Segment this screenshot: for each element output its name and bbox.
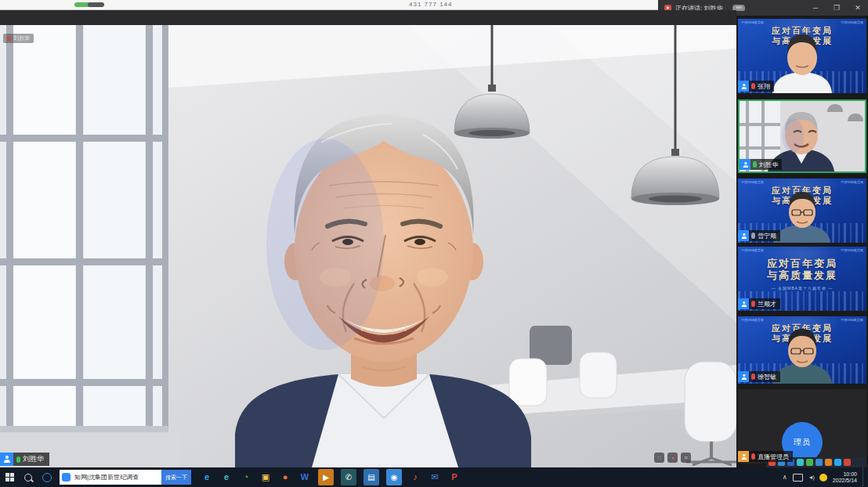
participant-tile-active[interactable]: 刘胜华 [738, 99, 866, 173]
taskbar-app-wechat[interactable]: ✆ [341, 469, 356, 485]
volume-icon[interactable]: ◄) [808, 474, 814, 480]
mic-status-icon [16, 456, 20, 463]
taskbar-app-meeting-app-active[interactable]: ▶ [318, 469, 334, 485]
tray-icon-orange-app[interactable] [825, 459, 832, 466]
meeting-window-toolbar [0, 10, 736, 25]
taskbar-search-icon[interactable] [19, 467, 38, 487]
recording-watermark: 刘胜华 [3, 34, 34, 43]
screen: 431 777 144 正在讲话: 刘胜华 ─ ❐ ✕ [0, 0, 868, 487]
participant-name-label: 刘胜华 [740, 159, 782, 170]
tray-chevron-icon[interactable]: ∧ [783, 474, 787, 481]
record-dot-icon [7, 37, 11, 41]
mic-status-icon [751, 83, 755, 89]
speaker-video-illustration [0, 25, 736, 467]
participant-name-label: 曾宁顺 [738, 230, 780, 241]
taskbar-app-voov-meeting[interactable]: ◉ [386, 469, 402, 485]
participant-badge-icon [738, 230, 749, 241]
os-title-bar: 431 777 144 [0, 0, 658, 10]
touch-keyboard-icon[interactable] [793, 474, 803, 482]
taskbar-search-box[interactable]: 搜索一下 [60, 470, 191, 485]
taskbar-apps: ee◔▣●W▶✆▤◉♪✉P [201, 469, 461, 485]
participant-name-label: 兰顺才 [738, 298, 780, 309]
participant-badge-icon [738, 81, 749, 92]
participant-tile[interactable]: 中国MBA教育网中国MBA教育网 应对百年变局与高质量发展 张翔 [738, 19, 866, 93]
taskbar-app-mail[interactable]: ✉ [429, 471, 441, 484]
participants-sidebar: 中国MBA教育网中国MBA教育网 应对百年变局与高质量发展 张翔 [736, 16, 868, 467]
system-tray: ∧ ◄) 10:00 2022/5/14 [783, 467, 868, 487]
participant-badge-icon [738, 371, 749, 382]
overlay-mute-icon[interactable]: ≡ [681, 453, 691, 463]
participant-badge-icon [738, 451, 749, 462]
participant-tile[interactable]: 中国MBA教育网中国MBA教育网 应对百年变局与高质量发展 — 全国MBA第十八… [738, 247, 866, 311]
participant-name-label: 直播管理员 [738, 451, 793, 462]
taskbar-app-ie-browser[interactable]: e [201, 471, 213, 484]
close-button[interactable]: ✕ [849, 0, 866, 16]
taskbar-app-firefox[interactable]: ● [279, 471, 291, 484]
search-go-button[interactable]: 搜索一下 [161, 470, 191, 485]
participant-badge-icon [740, 159, 750, 170]
taskbar-app-browser-green[interactable]: ◔ [240, 471, 252, 484]
mic-status-icon [753, 161, 757, 168]
speaker-name-label: 刘胜华 [0, 453, 49, 466]
browser-icon [62, 473, 71, 482]
participant-tile[interactable]: 理员 直播管理员 [738, 389, 866, 464]
maximize-button[interactable]: ❐ [828, 0, 845, 16]
participant-tile[interactable]: 中国MBA教育网中国MBA教育网 应对百年变局与高质量发展 徐智敏 [738, 316, 866, 384]
participant-badge-icon [0, 453, 13, 466]
overlay-badge-icon[interactable]: ∷ [654, 453, 664, 463]
minimize-button[interactable]: ─ [807, 0, 824, 16]
tray-icon-green-app[interactable] [806, 459, 813, 466]
tray-icon-cloud[interactable] [797, 459, 804, 466]
cortana-icon[interactable] [38, 467, 56, 487]
mic-status-icon [751, 301, 755, 307]
show-desktop-button[interactable] [863, 467, 866, 487]
tray-icon-red-app[interactable] [844, 459, 851, 466]
taskbar-app-pdf-reader[interactable]: P [448, 471, 461, 484]
taskbar-app-file-explorer[interactable]: ▣ [259, 471, 272, 484]
taskbar-app-word[interactable]: W [298, 471, 311, 484]
mic-status-icon [751, 373, 755, 380]
taskbar-app-edge-browser[interactable]: e [220, 471, 233, 484]
search-input[interactable] [73, 473, 161, 482]
start-button[interactable] [0, 467, 19, 487]
participant-name-label: 张翔 [738, 81, 774, 92]
video-overlay-controls: ∷ ● ≡ [654, 453, 691, 463]
meeting-id: 431 777 144 [409, 1, 453, 8]
overlay-record-icon[interactable]: ● [667, 453, 678, 463]
participant-name-label: 徐智敏 [738, 371, 780, 382]
taskbar-app-music[interactable]: ♪ [409, 471, 421, 484]
mic-status-icon [751, 233, 755, 239]
taskbar-app-docs[interactable]: ▤ [363, 469, 379, 485]
windows-taskbar: 搜索一下 ee◔▣●W▶✆▤◉♪✉P ∧ ◄) 10:00 2022/5/14 [0, 467, 868, 487]
participant-tile[interactable]: 中国MBA教育网中国MBA教育网 应对百年变局与高质量发展 曾宁顺 [738, 179, 866, 243]
tray-icon-blue-app[interactable] [834, 459, 841, 466]
main-video-feed[interactable]: 刘胜华 刘胜华 ∷ ● ≡ [0, 25, 736, 467]
input-method-icon[interactable] [819, 474, 827, 482]
browser-tab-indicator [74, 2, 104, 7]
tray-icon-drive[interactable] [816, 459, 823, 466]
participant-badge-icon [738, 298, 749, 309]
mic-status-icon [751, 453, 755, 460]
tray-clock[interactable]: 10:00 2022/5/14 [833, 471, 857, 484]
